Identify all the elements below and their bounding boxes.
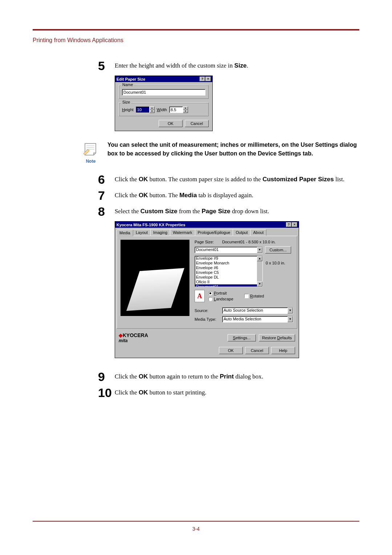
list-item[interactable]: Envelope C5 xyxy=(195,270,257,275)
source-combo[interactable]: Auto Source Selection ▼ xyxy=(222,307,293,314)
media-type-label: Media Type: xyxy=(195,317,220,321)
cancel-button[interactable]: Cancel xyxy=(245,347,269,354)
edit-paper-size-dialog: Edit Paper Size ? × Name Size Height ▲▼ xyxy=(115,76,213,131)
tab-output[interactable]: Output xyxy=(233,229,250,236)
close-icon[interactable]: × xyxy=(205,77,211,81)
step-number-8: 8 xyxy=(98,205,115,218)
name-input[interactable] xyxy=(122,89,205,96)
size-legend: Size xyxy=(121,100,131,104)
note-block: Note You can select the unit of measurem… xyxy=(82,141,359,164)
step-number-7: 7 xyxy=(98,189,115,202)
step-7: 7 Click the OK button. The Media tab is … xyxy=(98,189,359,202)
media-type-combo[interactable]: Auto Media Selection ▼ xyxy=(222,316,293,323)
tab-layout[interactable]: Layout xyxy=(133,229,151,236)
source-label: Source: xyxy=(195,308,220,313)
landscape-radio[interactable]: Landscape xyxy=(208,297,233,301)
step-10: 10 Click the OK button to start printing… xyxy=(98,386,359,399)
section-title: Printing from Windows Applications xyxy=(33,37,359,44)
prop-title: Kyocera Mita FS-1900 KX Properties xyxy=(117,223,185,227)
step-5: 5 Enter the height and width of the cust… xyxy=(98,60,359,72)
height-label: Height xyxy=(122,108,134,112)
height-spinner[interactable]: ▲▼ xyxy=(150,106,155,113)
list-item[interactable]: Envelope DL xyxy=(195,275,257,280)
height-input[interactable] xyxy=(136,106,150,113)
note-label: Note xyxy=(82,159,99,164)
rotated-checkbox[interactable]: Rotated xyxy=(244,294,264,298)
dialog-titlebar: Edit Paper Size ? × xyxy=(115,76,212,82)
step-10-text: Click the OK button to start printing. xyxy=(115,386,207,397)
size-fieldset: Size Height ▲▼ Width ▲▼ xyxy=(119,102,209,116)
step-8-text: Select the Custom Size from the Page Siz… xyxy=(115,205,269,216)
page-size-label: Page Size: xyxy=(195,240,220,244)
portrait-radio[interactable]: Portrait xyxy=(208,291,233,295)
step-6: 6 Click the OK button. The custom paper … xyxy=(98,173,359,186)
step-7-text: Click the OK button. The Media tab is di… xyxy=(115,189,253,200)
brand-logo: ◆KYOCERA mita xyxy=(119,332,148,343)
step-9-text: Click the OK button again to return to t… xyxy=(115,370,263,381)
step-9: 9 Click the OK button again to return to… xyxy=(98,370,359,383)
tab-imaging[interactable]: Imaging xyxy=(150,229,170,236)
step-8: 8 Select the Custom Size from the Page S… xyxy=(98,205,359,218)
preview-paper-icon xyxy=(126,268,184,311)
width-input[interactable] xyxy=(169,106,183,113)
width-spinner[interactable]: ▲▼ xyxy=(183,106,188,113)
page-size-listbox[interactable]: Envelope #9 Envelope Monarch Envelope #6… xyxy=(195,256,263,287)
chevron-down-icon[interactable]: ▼ xyxy=(287,316,293,322)
width-label: Width xyxy=(157,108,167,112)
top-rule xyxy=(33,29,359,31)
note-text: You can select the unit of measurement; … xyxy=(107,141,359,158)
step-6-text: Click the OK button. The custom paper si… xyxy=(115,173,344,184)
chevron-down-icon[interactable]: ▼ xyxy=(257,247,262,253)
page-size-desc: Document01 - 8.500 x 10.0 in. xyxy=(222,240,275,244)
note-icon: Note xyxy=(82,141,99,164)
step-number-9: 9 xyxy=(98,370,115,383)
tab-strip: Media Layout Imaging Watermark Prologue/… xyxy=(115,228,299,236)
cancel-button[interactable]: Cancel xyxy=(185,120,209,127)
chevron-down-icon[interactable]: ▼ xyxy=(287,308,293,313)
list-item[interactable]: Envelope #9 xyxy=(195,256,257,261)
name-legend: Name xyxy=(121,82,134,87)
step-number-6: 6 xyxy=(98,173,115,186)
scrollbar[interactable]: ▲▼ xyxy=(257,256,262,287)
page-number: 3-4 xyxy=(0,526,392,532)
close-icon[interactable]: × xyxy=(292,222,297,227)
tab-about[interactable]: About xyxy=(250,229,266,236)
step-number-10: 10 xyxy=(98,386,115,399)
step-5-text: Enter the height and width of the custom… xyxy=(115,60,248,70)
help-icon[interactable]: ? xyxy=(200,77,205,81)
dialog-title: Edit Paper Size xyxy=(117,77,145,81)
preview-box xyxy=(121,240,189,316)
print-size-desc: 0 x 10.0 in. xyxy=(266,256,285,287)
orientation-group: A Portrait Landscape Rotated xyxy=(195,290,293,302)
list-item[interactable]: Envelope #6 xyxy=(195,266,257,270)
ok-button[interactable]: OK xyxy=(159,120,183,127)
prop-titlebar: Kyocera Mita FS-1900 KX Properties ? × xyxy=(115,222,299,228)
tab-watermark[interactable]: Watermark xyxy=(170,229,195,236)
tab-prologue[interactable]: Prologue/Epilogue xyxy=(195,229,233,236)
printer-properties-dialog: Kyocera Mita FS-1900 KX Properties ? × M… xyxy=(115,221,299,358)
ok-button[interactable]: OK xyxy=(219,347,243,354)
page-size-combo[interactable]: Document01 ▼ xyxy=(195,247,263,253)
tab-media[interactable]: Media xyxy=(117,230,133,236)
list-item-selected[interactable]: Document01 xyxy=(195,284,257,287)
media-tab-panel: Page Size: Document01 - 8.500 x 10.0 in.… xyxy=(117,236,297,329)
restore-defaults-button[interactable]: Restore Defaults xyxy=(259,334,295,341)
help-button[interactable]: Help xyxy=(271,347,295,354)
orientation-icon: A xyxy=(195,290,205,302)
list-item[interactable]: Envelope Monarch xyxy=(195,261,257,266)
step-number-5: 5 xyxy=(98,60,115,72)
custom-button[interactable]: Custom... xyxy=(265,246,291,254)
settings-button[interactable]: Settings... xyxy=(228,334,256,341)
name-fieldset: Name xyxy=(119,85,209,99)
footer-rule xyxy=(33,521,359,522)
list-item[interactable]: Oficio II xyxy=(195,280,257,284)
help-icon[interactable]: ? xyxy=(286,222,291,227)
